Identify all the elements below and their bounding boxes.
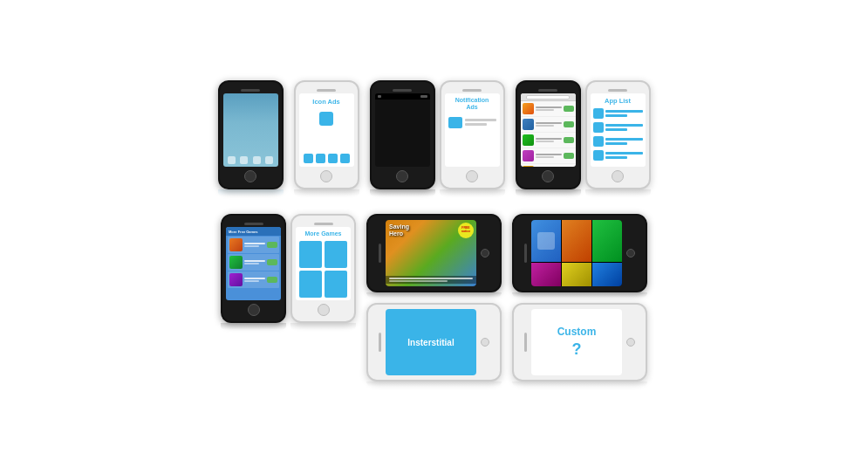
icon-ads-phone: Icon Ads [294,80,359,189]
more-games-phone-white: More Games [290,214,356,323]
land-speaker [524,333,527,352]
moregames-white-wrapper: More Games [290,214,356,330]
moregames-screen-white: More Games [296,227,351,300]
home-button [248,304,260,316]
android-phone [218,80,284,189]
notif-lines [465,119,496,126]
reflection [512,292,647,298]
game-icon [229,256,243,269]
icon-ads-label: Icon Ads [299,93,354,107]
game-thumb [562,263,591,287]
android-icon [265,156,273,164]
home-button [396,170,408,182]
custom-phone-white: Custom ? [512,303,647,381]
app-icon-diag [593,108,604,119]
applist-row [521,101,576,117]
app-line-short [605,128,628,131]
custom-screenshot [531,220,622,286]
tagline-line [389,278,473,279]
notif-line [465,123,487,126]
app-line-short [605,156,628,159]
home-button [481,249,489,258]
reflection [585,189,651,196]
notif-white-wrapper: NotificationAds [440,80,505,196]
land-speaker [524,244,527,263]
icon-ads-row [299,154,354,163]
game-thumb [531,263,561,287]
free-badge: FREEnotice [458,223,474,238]
icon-sq [340,154,350,163]
custom-phone-black [512,214,647,292]
land-speaker [379,244,381,263]
more-games-cell: More Free Games [221,214,356,330]
speaker-icon [608,89,627,92]
app-icon-diag [593,122,604,133]
custom-black-wrapper [512,214,647,298]
home-button [626,338,635,347]
notification-ads-label: NotificationAds [445,93,500,113]
reflection [221,323,286,330]
notification-ads-cell: NotificationAds [370,80,505,196]
notif-screen-black [375,93,430,167]
game-line [244,245,259,247]
speaker-icon [241,89,260,92]
mg-cell [325,241,347,268]
reflection [516,189,581,196]
custom-question: ? [572,340,582,359]
app-line [536,109,554,111]
app-list-cell: App List [516,80,651,196]
speaker-icon [393,89,412,92]
android-icon [240,156,248,164]
app-line-short [605,114,628,117]
app-lines [605,124,643,131]
reflection [218,189,284,196]
speaker-icon [462,89,482,92]
interstitial-white-wrapper: Insterstitial [366,303,502,387]
mg-cell [299,271,322,298]
home-button [481,338,489,347]
mg-header: More Free Games [226,227,281,236]
mg-cell [299,241,322,268]
app-line [536,106,562,108]
app-line-short [605,142,628,145]
applist-black-wrapper [516,80,581,196]
home-button [318,304,330,316]
app-info [536,138,562,142]
applist-diagram-row [591,106,646,120]
app-line [605,152,643,155]
home-button [542,170,554,182]
icon-sq [304,154,313,163]
app-icon-diag [593,136,604,147]
custom-screen-black [531,220,622,286]
speaker-icon [314,223,333,225]
app-lines [605,138,643,145]
game-thumb [592,220,622,262]
home-button [320,170,332,182]
icon-ads-screen: Icon Ads [299,93,354,167]
applist-row [521,133,576,148]
game-line [244,278,265,279]
moregames-black-wrapper: More Free Games [221,214,286,330]
app-icon [523,119,534,130]
thumb-img [537,232,555,250]
notif-black-wrapper [370,80,435,196]
speaker-icon [244,223,263,225]
applist-screen-white: App List [591,93,646,167]
applist-white-wrapper: App List [585,80,651,196]
reflection [366,381,502,387]
notif-line [465,119,496,121]
game-row [228,254,279,271]
custom-screen-white: Custom ? [531,309,622,375]
app-line [536,138,562,140]
get-button [267,242,277,248]
applist-header [521,93,576,101]
mg-header-text: More Free Games [229,230,258,234]
notification-ads-phone-black [370,80,435,189]
more-games-grid [299,241,347,298]
home-button [626,249,635,258]
app-lines [605,110,643,117]
game-line [244,260,265,262]
notif-bar [448,117,496,128]
game-thumb [592,263,622,287]
more-games-label: More Games [296,227,351,238]
